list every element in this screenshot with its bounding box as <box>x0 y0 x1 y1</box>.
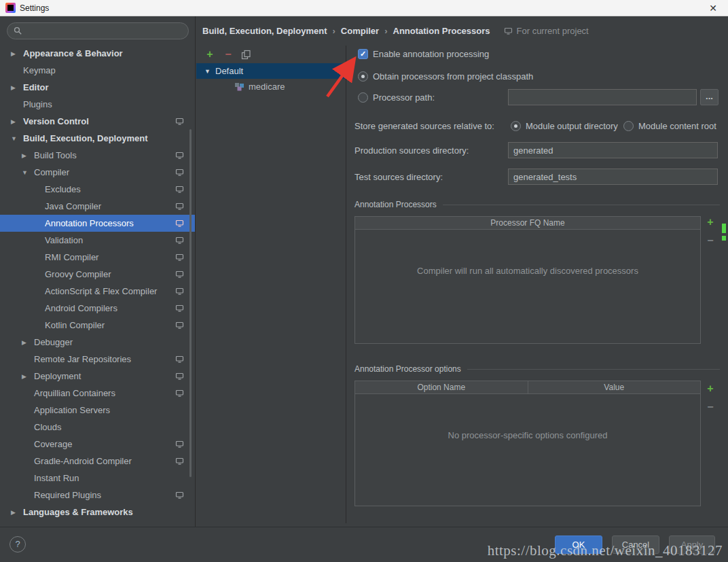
add-profile-icon[interactable]: + <box>204 49 215 60</box>
production-label-row: Production sources directory: <box>354 143 469 157</box>
per-project-badge-icon <box>175 186 184 193</box>
processors-table-header[interactable]: Processor FQ Name <box>355 217 700 230</box>
obtain-from-classpath-row: Obtain processors from project classpath <box>358 69 533 83</box>
options-group-title: Annotation Processor options <box>354 364 461 374</box>
sidebar-item-label: Keymap <box>23 65 56 75</box>
processor-path-label: Processor path: <box>373 92 435 103</box>
sidebar-item[interactable]: ▶ Debugger <box>0 334 195 351</box>
sidebar-item[interactable]: Application Servers <box>0 402 195 419</box>
sidebar-item-label: Groovy Compiler <box>45 269 111 279</box>
module-output-label: Module output directory <box>526 121 618 131</box>
close-icon[interactable]: ✕ <box>704 3 723 14</box>
per-project-badge-icon <box>175 372 184 380</box>
tree-arrow-icon: ▶ <box>22 373 34 380</box>
title-bar: Settings ✕ <box>0 0 728 16</box>
browse-button[interactable]: ... <box>700 89 718 105</box>
sidebar-item-label: Languages & Frameworks <box>23 507 133 517</box>
breadcrumb-item[interactable]: Build, Execution, Deployment <box>202 26 327 36</box>
sidebar-item-label: Version Control <box>23 116 89 126</box>
processors-group-title: Annotation Processors <box>354 200 437 209</box>
sidebar-item[interactable]: Excludes <box>0 181 195 198</box>
copy-profile-icon[interactable] <box>241 50 251 60</box>
sidebar-item-label: Arquillian Containers <box>34 388 115 398</box>
sidebar-item[interactable]: ActionScript & Flex Compiler <box>0 283 195 300</box>
sidebar-item[interactable]: ▶ Deployment <box>0 368 195 385</box>
search-input[interactable] <box>7 22 189 39</box>
per-project-badge-icon <box>175 440 184 448</box>
sidebar-item[interactable]: Arquillian Containers <box>0 385 195 402</box>
production-sources-label: Production sources directory: <box>354 145 469 156</box>
per-project-badge-icon <box>175 169 184 176</box>
sidebar-item-label: Coverage <box>34 439 72 449</box>
processor-path-row: Processor path: <box>358 90 435 104</box>
store-relative-label: Store generated sources relative to: <box>354 121 494 131</box>
sidebar-item-label: Plugins <box>23 99 52 109</box>
breadcrumb-item[interactable]: Annotation Processors <box>393 26 490 36</box>
value-column[interactable]: Value <box>528 381 701 393</box>
test-sources-input[interactable] <box>508 169 718 185</box>
sidebar-item-label: Required Plugins <box>34 490 101 500</box>
sidebar-item[interactable]: ▶ Version Control <box>0 113 195 130</box>
production-sources-input[interactable] <box>508 142 718 158</box>
sidebar-item[interactable]: Java Compiler <box>0 198 195 215</box>
breadcrumb-separator: › <box>332 26 335 36</box>
window-title: Settings <box>20 3 49 13</box>
breadcrumb-item[interactable]: Compiler <box>341 26 379 36</box>
processor-path-input[interactable] <box>508 89 697 105</box>
per-project-badge-icon <box>175 304 184 312</box>
sidebar-item[interactable]: RMI Compiler <box>0 249 195 266</box>
sidebar-item[interactable]: Instant Run <box>0 470 195 487</box>
sidebar-item[interactable]: ▶ Languages & Frameworks <box>0 504 195 521</box>
module-icon <box>234 82 244 91</box>
processor-fq-name-column[interactable]: Processor FQ Name <box>355 217 700 229</box>
remove-processor-icon[interactable]: − <box>705 235 716 246</box>
add-option-icon[interactable]: + <box>705 383 716 394</box>
sidebar-item[interactable]: Annotation Processors <box>0 215 195 232</box>
sidebar-item[interactable]: Groovy Compiler <box>0 266 195 283</box>
module-content-radio[interactable] <box>623 121 634 131</box>
sidebar-item-label: Validation <box>45 235 83 245</box>
options-table[interactable]: Option Name Value No processor-specific … <box>354 381 701 506</box>
profiles-panel: + − ▼ Default medicare <box>196 46 346 523</box>
sidebar-item-label: Build Tools <box>34 150 77 160</box>
sidebar-item[interactable]: ▶ Editor <box>0 79 195 96</box>
intellij-logo-icon <box>5 3 16 13</box>
options-table-header[interactable]: Option Name Value <box>355 381 700 394</box>
sidebar-item[interactable]: ▶ Appearance & Behavior <box>0 45 195 62</box>
sidebar-item[interactable]: ▼ Build, Execution, Deployment <box>0 130 195 147</box>
sidebar-item[interactable]: Remote Jar Repositories <box>0 351 195 368</box>
add-processor-icon[interactable]: + <box>705 217 716 228</box>
sidebar-item[interactable]: Required Plugins <box>0 487 195 504</box>
module-content-label: Module content root <box>638 121 716 131</box>
sidebar-item[interactable]: Gradle-Android Compiler <box>0 453 195 470</box>
module-output-radio[interactable] <box>511 121 521 131</box>
sidebar-item-label: Appearance & Behavior <box>23 48 123 58</box>
sidebar-item[interactable]: Keymap <box>0 62 195 79</box>
enable-annotation-label: Enable annotation processing <box>373 49 489 59</box>
sidebar-item[interactable]: Plugins <box>0 96 195 113</box>
remove-option-icon[interactable]: − <box>705 402 716 412</box>
sidebar-item-label: ActionScript & Flex Compiler <box>45 286 157 296</box>
remove-profile-icon[interactable]: − <box>223 49 234 60</box>
sidebar-item-label: Remote Jar Repositories <box>34 354 131 364</box>
sidebar-item[interactable]: Coverage <box>0 436 195 453</box>
breadcrumb-separator: › <box>384 26 387 36</box>
per-project-badge-icon <box>175 253 184 261</box>
sidebar-item-label: Clouds <box>34 422 61 432</box>
sidebar-item-label: Kotlin Compiler <box>45 320 105 330</box>
sidebar-item[interactable]: Validation <box>0 232 195 249</box>
sidebar-item[interactable]: Clouds <box>0 419 195 436</box>
option-name-column[interactable]: Option Name <box>355 381 528 393</box>
sidebar-item[interactable]: ▶ Build Tools <box>0 147 195 164</box>
sidebar-item[interactable]: Android Compilers <box>0 300 195 317</box>
sidebar-item-label: Instant Run <box>34 473 79 483</box>
sidebar-scrollbar[interactable] <box>189 129 192 477</box>
sidebar-item-label: Editor <box>23 82 49 92</box>
module-output-option: Module output directory <box>511 119 618 133</box>
per-project-badge-icon <box>175 236 184 244</box>
sidebar-item[interactable]: Kotlin Compiler <box>0 317 195 334</box>
sidebar-item[interactable]: ▼ Compiler <box>0 164 195 181</box>
help-button[interactable]: ? <box>10 536 26 552</box>
processors-table[interactable]: Processor FQ Name Compiler will run all … <box>354 216 701 344</box>
tree-arrow-icon: ▶ <box>11 50 23 57</box>
